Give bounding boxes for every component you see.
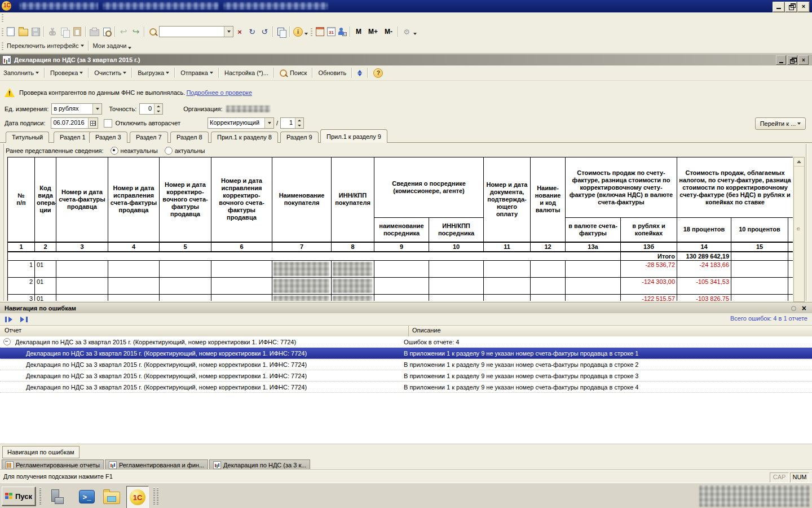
table-row[interactable]: 3 01 -122 515,57 -103 826,75	[8, 294, 793, 301]
my-tasks-button[interactable]: Мои задачи	[91, 40, 134, 51]
info-button[interactable]: i	[293, 26, 308, 37]
next-error-button[interactable]	[18, 314, 29, 325]
start-button[interactable]: Пуск	[2, 487, 36, 506]
exchange-button[interactable]	[354, 67, 365, 79]
unit-combobox[interactable]: в рублях	[51, 103, 102, 115]
cell-row-number[interactable]: 2	[8, 277, 35, 294]
cell-sum-rub[interactable]: -124 303,00	[621, 277, 677, 294]
print-preview-button[interactable]	[101, 26, 112, 37]
cell-row-number[interactable]: 1	[8, 260, 35, 277]
cell-base18[interactable]: -103 826,75	[677, 294, 731, 301]
search-report-button[interactable]: Поиск	[276, 67, 310, 79]
window-tab-regl-fin[interactable]: Регламентированная и фин...	[105, 459, 208, 471]
error-panel-tab[interactable]: Навигация по ошибкам	[2, 446, 80, 458]
send-button[interactable]: Отправка	[177, 67, 217, 79]
tab-pril-1-razdel-9[interactable]: Прил.1 к разделу 9	[320, 129, 387, 143]
cell-buyer-name[interactable]	[272, 260, 332, 277]
sign-date-input[interactable]: 06.07.2016	[51, 117, 98, 129]
cell-buyer-inn[interactable]	[332, 294, 374, 301]
vertical-scrollbar[interactable]	[793, 157, 805, 302]
error-row-selected[interactable]: Декларация по НДС за 3 квартал 2015 г. (…	[0, 348, 812, 359]
scroll-up-button[interactable]	[794, 157, 804, 167]
child-minimize-button[interactable]	[776, 55, 786, 65]
onec-taskbar-button[interactable]: 1С	[126, 486, 149, 508]
collapse-icon[interactable]	[3, 338, 11, 345]
cell-base18[interactable]: -24 183,66	[677, 260, 731, 277]
correction-number-spinner[interactable]: 1	[280, 117, 304, 129]
clear-button[interactable]: Очистить	[91, 67, 130, 79]
calendar-button[interactable]: 31	[326, 26, 336, 37]
report-column-header[interactable]: Отчет	[0, 326, 409, 336]
cell-row-number[interactable]: 3	[8, 294, 35, 301]
prev-error-button[interactable]	[3, 314, 15, 325]
cell-op-code[interactable]: 01	[35, 294, 56, 301]
correction-combobox[interactable]: Корректирующий	[208, 117, 274, 129]
error-group-row[interactable]: Декларация по НДС за 3 квартал 2015 г. (…	[0, 336, 812, 348]
upload-button[interactable]: Выгрузка	[134, 67, 173, 79]
scrollbar-thumb[interactable]	[797, 227, 800, 231]
tab-razdel-9[interactable]: Раздел 9	[280, 132, 319, 143]
table-row[interactable]: 1 01 -28 536,72 -24 183,66	[8, 260, 793, 277]
check-button[interactable]: Проверка	[47, 67, 86, 79]
settings-report-button[interactable]: Настройка (*)...	[221, 67, 272, 79]
settings-button[interactable]: ⚙	[401, 26, 417, 37]
tab-razdel-8[interactable]: Раздел 8	[170, 132, 209, 143]
autocalc-checkbox[interactable]	[104, 119, 112, 128]
cell-sum-rub[interactable]: -122 515,57	[621, 294, 677, 301]
user-button[interactable]	[337, 26, 347, 37]
cell-buyer-name[interactable]	[272, 277, 332, 294]
error-panel-close-button[interactable]: ×	[802, 305, 806, 311]
tab-pril-1-razdel-8[interactable]: Прил.1 к разделу 8	[211, 132, 278, 143]
tab-razdel-7[interactable]: Раздел 7	[130, 132, 168, 143]
save-button[interactable]	[30, 26, 41, 37]
error-row[interactable]: Декларация по НДС за 3 квартал 2015 г. (…	[0, 370, 812, 382]
m-minus-button[interactable]: M-	[382, 26, 395, 37]
cell-buyer-inn[interactable]	[332, 260, 374, 277]
copy-window-button[interactable]	[276, 26, 287, 37]
copy-button[interactable]	[59, 26, 70, 37]
cell-base18[interactable]: -105 341,53	[677, 277, 731, 294]
server-manager-icon[interactable]	[47, 488, 65, 506]
zoom-in-button[interactable]: ↻	[246, 26, 258, 37]
redo-button[interactable]: ↪	[130, 26, 142, 37]
goto-button[interactable]: Перейти к ...	[755, 117, 806, 130]
window-tab-reports[interactable]: Регламентированные отчеты	[2, 459, 104, 471]
calculator-button[interactable]	[314, 26, 325, 37]
warning-details-link[interactable]: Подробнее о проверке	[186, 89, 251, 96]
calendar-picker-button[interactable]	[88, 118, 98, 128]
refresh-button[interactable]: Обновить	[315, 67, 350, 79]
error-row[interactable]: Декларация по НДС за 3 квартал 2015 г. (…	[0, 382, 812, 393]
tab-titulnyj[interactable]: Титульный	[6, 132, 49, 143]
child-restore-button[interactable]	[787, 55, 797, 65]
error-row[interactable]: Декларация по НДС за 3 квартал 2015 г. (…	[0, 359, 812, 370]
close-button[interactable]: ×	[797, 2, 810, 12]
cut-button[interactable]	[47, 26, 58, 37]
undo-button[interactable]: ↩	[118, 26, 129, 37]
minimize-button[interactable]	[773, 2, 785, 12]
tab-razdel-3[interactable]: Раздел 3	[89, 132, 127, 143]
paste-button[interactable]	[72, 26, 83, 37]
open-button[interactable]	[17, 26, 29, 37]
m-button[interactable]: M	[353, 26, 364, 37]
cell-buyer-name[interactable]	[272, 294, 332, 301]
pin-icon[interactable]	[791, 306, 796, 311]
switch-interface-button[interactable]: Переключить интерфейс	[5, 40, 86, 51]
window-tab-vat[interactable]: Декларация по НДС (за 3 к...	[209, 459, 310, 471]
zoom-out-button[interactable]: ↺	[259, 26, 270, 37]
tab-razdel-1[interactable]: Раздел 1	[54, 132, 92, 143]
table-row[interactable]: 2 01 -124 303,00 -105 341,53	[8, 277, 793, 294]
radio-neaktualny[interactable]	[111, 147, 118, 155]
cell-op-code[interactable]: 01	[35, 260, 56, 277]
new-document-button[interactable]	[5, 26, 16, 37]
file-explorer-icon[interactable]	[103, 488, 121, 506]
cell-buyer-inn[interactable]	[332, 277, 374, 294]
search-input[interactable]	[159, 26, 233, 37]
child-close-button[interactable]: ×	[798, 55, 809, 65]
clear-search-button[interactable]: ×	[234, 26, 245, 37]
description-column-header[interactable]: Описание	[409, 326, 812, 336]
cell-sum-rub[interactable]: -28 536,72	[621, 260, 677, 277]
fill-button[interactable]: Заполнить	[0, 67, 42, 79]
powershell-icon[interactable]: >_	[78, 488, 96, 506]
search-button[interactable]	[147, 26, 158, 37]
m-plus-button[interactable]: M+	[365, 26, 381, 37]
